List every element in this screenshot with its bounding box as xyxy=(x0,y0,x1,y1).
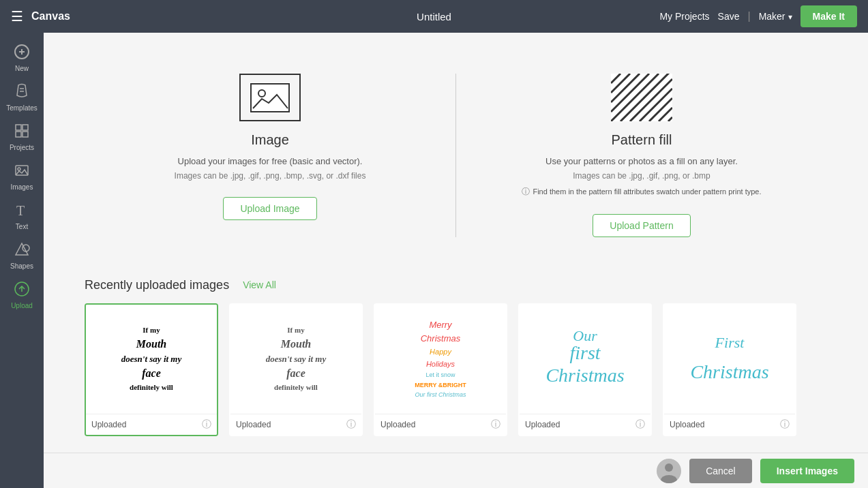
pattern-section-desc1: Use your patterns or photos as a fill on… xyxy=(545,155,738,168)
svg-text:Christmas: Christmas xyxy=(545,365,624,386)
make-it-button[interactable]: Make It xyxy=(800,5,857,27)
topbar: ☰ Canvas Untitled My Projects Save | Mak… xyxy=(0,0,868,33)
image-card-footer: Uploaded ⓘ xyxy=(520,414,650,435)
sidebar-item-projects-label: Projects xyxy=(10,144,34,151)
image-section-desc2: Images can be .jpg, .gif, .png, .bmp, .s… xyxy=(175,171,366,181)
uploaded-label: Uploaded xyxy=(670,420,704,429)
uploaded-label: Uploaded xyxy=(236,420,271,429)
svg-text:Christmas: Christmas xyxy=(690,361,768,382)
sidebar-item-upload[interactable]: Upload xyxy=(0,275,44,315)
main-layout: New Templates Projects xyxy=(0,33,868,488)
image-upload-section: Image Upload your images for free (basic… xyxy=(85,60,455,251)
image-card[interactable]: Merry Christmas Happy Holidays Let it sn… xyxy=(374,303,507,436)
info-icon[interactable]: ⓘ xyxy=(635,418,645,431)
image-grid: If my Mouth doesn't say it my face defin… xyxy=(85,303,827,436)
text-icon: T xyxy=(14,202,30,222)
image-card-footer: Uploaded ⓘ xyxy=(86,414,217,435)
svg-point-10 xyxy=(18,168,20,170)
shapes-icon xyxy=(14,241,30,261)
pattern-section-title: Pattern fill xyxy=(612,132,672,148)
save-button[interactable]: Save xyxy=(718,11,740,22)
image-thumbnail: Our first Christmas xyxy=(520,305,650,414)
image-card[interactable]: Our first Christmas Uploaded ⓘ xyxy=(518,303,652,436)
sidebar-item-templates[interactable]: Templates xyxy=(0,78,44,117)
app-logo: Canvas xyxy=(31,10,70,22)
image-icon xyxy=(239,74,301,121)
svg-text:first: first xyxy=(569,342,601,363)
sidebar-item-text[interactable]: T Text xyxy=(0,196,44,236)
content-area: Image Upload your images for free (basic… xyxy=(44,33,868,488)
pattern-info-text: Find them in the pattern fill attributes… xyxy=(533,187,761,196)
bottom-bar: Cancel Insert Images xyxy=(44,453,868,488)
image-card[interactable]: First Christmas Uploaded ⓘ xyxy=(663,303,796,436)
svg-text:T: T xyxy=(16,203,25,218)
svg-text:First: First xyxy=(715,334,745,351)
recently-uploaded-section: Recently uploaded images View All If my … xyxy=(85,278,827,436)
svg-rect-6 xyxy=(23,125,28,130)
sidebar-item-new[interactable]: New xyxy=(0,38,44,78)
image-card-footer: Uploaded ⓘ xyxy=(375,414,506,435)
pattern-section-desc2: Images can be .jpg, .gif, .png, or .bmp xyxy=(573,171,710,181)
image-thumbnail: Merry Christmas Happy Holidays Let it sn… xyxy=(375,305,506,414)
topbar-divider: | xyxy=(747,10,750,22)
upload-pattern-button[interactable]: Upload Pattern xyxy=(593,214,690,237)
sidebar-item-upload-label: Upload xyxy=(11,302,33,309)
images-icon xyxy=(14,162,30,182)
sidebar-item-templates-label: Templates xyxy=(6,104,38,112)
my-projects-link[interactable]: My Projects xyxy=(659,11,709,22)
svg-rect-5 xyxy=(16,125,21,130)
sidebar-item-shapes[interactable]: Shapes xyxy=(0,236,44,275)
svg-rect-15 xyxy=(250,82,290,113)
document-title: Untitled xyxy=(417,11,451,22)
maker-dropdown[interactable]: Maker xyxy=(759,11,792,22)
image-card-footer: Uploaded ⓘ xyxy=(664,414,795,435)
image-section-desc1: Upload your images for free (basic and v… xyxy=(178,155,363,168)
info-icon[interactable]: ⓘ xyxy=(346,418,356,431)
upload-sections: Image Upload your images for free (basic… xyxy=(85,60,827,251)
svg-rect-8 xyxy=(23,132,28,137)
upload-icon xyxy=(14,281,30,301)
uploaded-label: Uploaded xyxy=(380,420,415,429)
info-icon[interactable]: ⓘ xyxy=(202,418,211,431)
image-card[interactable]: If my Mouth doesn't say it my face defin… xyxy=(229,303,363,436)
info-icon[interactable]: ⓘ xyxy=(780,418,790,431)
image-thumbnail: First Christmas xyxy=(664,305,795,414)
sidebar-item-new-label: New xyxy=(15,65,29,72)
pattern-icon xyxy=(611,74,672,121)
image-section-title: Image xyxy=(251,132,289,148)
image-thumbnail: If my Mouth doesn't say it my face defin… xyxy=(230,305,361,414)
projects-icon xyxy=(14,123,30,142)
insert-images-button[interactable]: Insert Images xyxy=(760,459,854,483)
avatar xyxy=(657,459,681,483)
view-all-link[interactable]: View All xyxy=(243,279,276,290)
sidebar-item-text-label: Text xyxy=(16,223,28,230)
uploaded-label: Uploaded xyxy=(525,420,560,429)
menu-icon[interactable]: ☰ xyxy=(11,8,23,25)
pattern-upload-section: Pattern fill Use your patterns or photos… xyxy=(456,60,827,251)
sidebar-item-images-label: Images xyxy=(11,183,33,191)
recently-title: Recently uploaded images xyxy=(85,278,229,292)
upload-image-button[interactable]: Upload Image xyxy=(223,197,316,220)
recently-header: Recently uploaded images View All xyxy=(85,278,827,292)
image-thumbnail: If my Mouth doesn't say it my face defin… xyxy=(86,305,217,414)
plus-circle-icon xyxy=(14,44,30,63)
image-card-footer: Uploaded ⓘ xyxy=(230,414,361,435)
pattern-info: ⓘ Find them in the pattern fill attribut… xyxy=(522,186,761,198)
sidebar-item-shapes-label: Shapes xyxy=(10,262,33,270)
topbar-right: My Projects Save | Maker Make It xyxy=(659,5,857,27)
templates-icon xyxy=(14,83,30,103)
uploaded-label: Uploaded xyxy=(91,420,126,429)
info-circle-icon: ⓘ xyxy=(522,186,530,198)
sidebar-item-images[interactable]: Images xyxy=(0,157,44,196)
sidebar-item-projects[interactable]: Projects xyxy=(0,117,44,157)
image-card[interactable]: If my Mouth doesn't say it my face defin… xyxy=(85,303,218,436)
sidebar: New Templates Projects xyxy=(0,33,44,488)
svg-point-36 xyxy=(665,463,673,472)
chevron-down-icon xyxy=(788,11,792,22)
svg-rect-7 xyxy=(16,132,21,137)
info-icon[interactable]: ⓘ xyxy=(491,418,500,431)
cancel-button[interactable]: Cancel xyxy=(689,459,752,483)
